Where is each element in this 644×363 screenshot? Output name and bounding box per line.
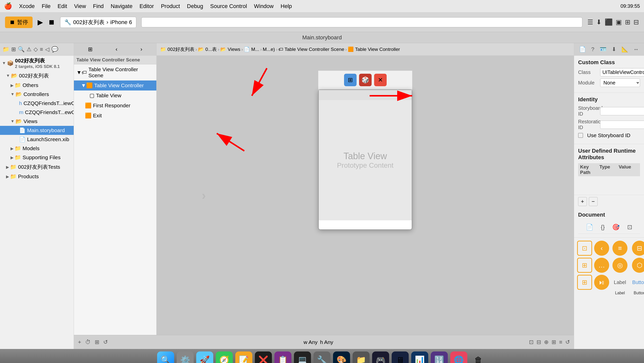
navigator-scm-button[interactable]: ⊞ (11, 46, 16, 53)
clock-button[interactable]: ⏱ (85, 339, 91, 345)
dock-onenote[interactable]: 📋 (274, 351, 291, 363)
obj-lib-item-8[interactable]: ⬡ (631, 258, 644, 273)
storyboard-icon-third[interactable]: ✕ (374, 74, 387, 86)
scheme-selector[interactable]: 🔧 002好友列表 › iPhone 6 (60, 17, 136, 28)
editor-standard-button[interactable]: ▣ (616, 18, 622, 26)
forward-button[interactable]: › (141, 46, 142, 53)
sidebar-item-launchscreen[interactable]: ▶ 📄 LaunchScreen.xib (0, 135, 74, 144)
obj-lib-item-button[interactable]: Button Button (631, 275, 644, 295)
breadcrumb-item[interactable]: 🟧 Table View Controller (348, 46, 400, 52)
dock-app5[interactable]: 🌐 (450, 351, 467, 363)
inspector-button[interactable]: ↺ (565, 339, 570, 345)
toolbar-search-input[interactable] (141, 17, 582, 27)
add-button[interactable]: + (78, 339, 81, 345)
zoom-out-button[interactable]: ⊞ (552, 339, 556, 345)
obj-lib-item-2[interactable]: ‹ (594, 241, 609, 256)
obj-lib-item-6[interactable]: … (594, 258, 609, 273)
zoom-in-button[interactable]: ⊕ (544, 339, 549, 345)
back-button[interactable]: ‹ (116, 46, 117, 53)
apple-menu[interactable]: 🍎 (4, 2, 12, 10)
scene-item-scene[interactable]: ▼ 🏷 Table View Controller Scene (74, 64, 156, 80)
obj-lib-item-5[interactable]: ⊞ (577, 258, 592, 273)
breadcrumb-item[interactable]: 🏷 Table View Controller Scene (278, 47, 344, 52)
menu-file[interactable]: File (42, 3, 50, 10)
dock-launchpad[interactable]: 🚀 (196, 351, 213, 363)
dock-photoshop[interactable]: 🎨 (333, 351, 350, 363)
doc-code-icon-button[interactable]: {} (601, 224, 605, 231)
attributes-inspector-button[interactable]: ⬇ (612, 46, 616, 53)
dock-finder[interactable]: 🔍 (157, 351, 174, 363)
scale-button[interactable]: ⊞ (95, 339, 99, 345)
grid-button[interactable]: ≡ (559, 339, 562, 345)
canvas-area[interactable]: › ⊞ 🎲 ✕ ▪▪▪ Table View (157, 56, 574, 335)
breadcrumb-item[interactable]: 📂 0...表 (198, 46, 217, 53)
obj-lib-item-label[interactable]: Label Label (611, 275, 629, 295)
dock-safari[interactable]: 🧭 (216, 351, 233, 363)
scene-panel-toggle[interactable]: ⊞ (88, 46, 92, 53)
scene-item-tvc[interactable]: ▼ 🟧 Table View Controller (74, 80, 156, 90)
obj-lib-item-9[interactable]: ⊞ (577, 275, 592, 295)
navigator-breakpoint-button[interactable]: ≡ (40, 46, 43, 53)
dock-terminal[interactable]: 💻 (294, 351, 311, 363)
storyboard-icon-second[interactable]: 🎲 (359, 74, 372, 86)
navigator-bookmark-button[interactable]: ◇ (34, 46, 38, 53)
sidebar-item-controller-m[interactable]: ▶ m CZQQFriendsT...ewController.m (0, 108, 74, 117)
menu-edit[interactable]: Edit (58, 3, 67, 10)
menu-find[interactable]: Find (93, 3, 104, 10)
menu-window[interactable]: Window (254, 3, 274, 10)
dock-toolbox[interactable]: 🔧 (313, 351, 331, 363)
sidebar-item-controller-h[interactable]: ▶ h CZQQFriendsT...iewController.h (0, 99, 74, 108)
dock-app4[interactable]: 🔢 (431, 351, 448, 363)
obj-lib-item-10[interactable]: ⏯ (594, 275, 609, 295)
identity-inspector-button[interactable]: 🪪 (600, 46, 606, 53)
navigator-folder-button[interactable]: 📁 (3, 46, 9, 53)
navigator-toggle-button[interactable]: ☰ (587, 18, 593, 26)
navigator-search-button[interactable]: 🔍 (18, 46, 25, 53)
dock-xcode[interactable]: ❌ (255, 351, 272, 363)
add-attribute-button[interactable]: + (578, 197, 587, 206)
scene-item-first-responder[interactable]: ▶ 🟧 First Responder (74, 101, 156, 111)
fit-width-button[interactable]: ⊡ (529, 339, 533, 345)
fit-height-button[interactable]: ⊟ (536, 339, 541, 345)
connections-inspector-button[interactable]: ↔ (633, 46, 639, 53)
debug-area-button[interactable]: ⬇ (596, 18, 602, 26)
menu-product[interactable]: Product (161, 3, 180, 10)
size-inspector-button[interactable]: 📐 (621, 46, 628, 53)
menu-xcode[interactable]: Xcode (19, 3, 35, 10)
doc-identity-icon-button[interactable]: 🎯 (612, 224, 620, 231)
obj-lib-item-3[interactable]: ≡ (611, 241, 629, 256)
storyboard-icon-first[interactable]: ⊞ (344, 74, 357, 86)
sidebar-item-products[interactable]: ▶ 📁 Products (0, 172, 74, 181)
quick-help-button[interactable]: ? (591, 46, 594, 53)
dock-system-prefs[interactable]: ⚙️ (177, 351, 194, 363)
remove-attribute-button[interactable]: − (589, 197, 598, 206)
menu-debug[interactable]: Debug (187, 3, 203, 10)
sidebar-item-tests[interactable]: ▶ 📁 002好友列表Tests (0, 162, 74, 172)
play-button[interactable]: ▶ (38, 18, 43, 26)
obj-lib-item-7[interactable]: ◎ (611, 258, 629, 273)
editor-version-button[interactable]: ⊟ (633, 18, 639, 26)
file-inspector-button[interactable]: 📄 (579, 46, 586, 53)
dock-app1[interactable]: 🎮 (372, 351, 389, 363)
breadcrumb-item[interactable]: 📁 002好友列表 (160, 46, 194, 53)
utilities-toggle-button[interactable]: ⬛ (605, 18, 613, 26)
menu-editor[interactable]: Editor (140, 3, 154, 10)
navigator-warning-button[interactable]: ⚠ (27, 46, 32, 53)
scene-item-exit[interactable]: ▶ 🟧 Exit (74, 111, 156, 121)
restoration-id-input[interactable] (600, 121, 644, 129)
project-root[interactable]: ▼ 📦 002好友列表 2 targets, iOS SDK 8.1 (0, 56, 74, 71)
navigator-report-button[interactable]: 💬 (51, 46, 58, 53)
stop-button[interactable]: ⏹ 暂停 (5, 17, 33, 28)
dock-filezilla[interactable]: 📁 (353, 351, 370, 363)
sidebar-item-mainstoryboard[interactable]: ▶ 📄 Main.storyboard (0, 126, 74, 135)
obj-lib-item-4[interactable]: ⊟ (631, 241, 644, 256)
dock-trash[interactable]: 🗑 (470, 351, 487, 363)
menu-view[interactable]: View (74, 3, 86, 10)
breadcrumb-item[interactable]: M...e) (263, 47, 275, 52)
stop-square-button[interactable]: ⏹ (48, 18, 55, 26)
reset-button[interactable]: ↺ (103, 339, 108, 345)
sidebar-item-supporting-files[interactable]: ▶ 📁 Supporting Files (0, 153, 74, 162)
menu-navigate[interactable]: Navigate (111, 3, 133, 10)
use-storyboard-checkbox[interactable] (578, 133, 583, 138)
menu-help[interactable]: Help (281, 3, 292, 10)
